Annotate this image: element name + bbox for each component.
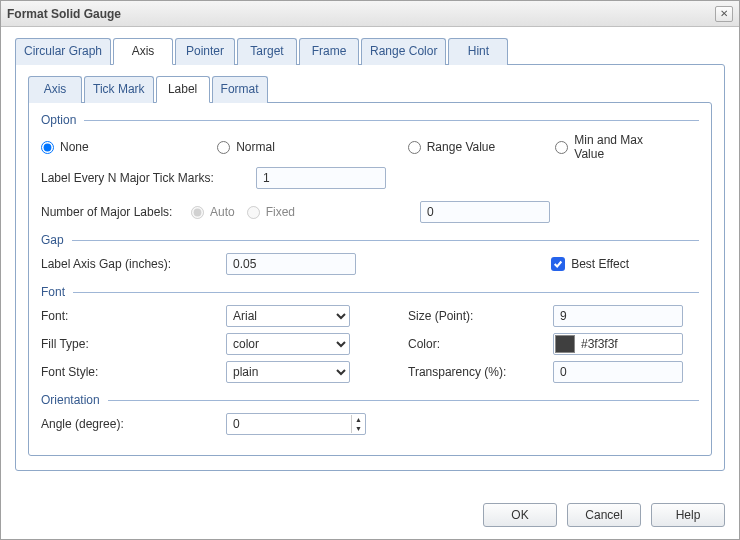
- radio-normal[interactable]: Normal: [217, 140, 275, 154]
- radio-min-max-input[interactable]: [555, 141, 568, 154]
- tab-frame[interactable]: Frame: [299, 38, 359, 65]
- label-every-n-label: Label Every N Major Tick Marks:: [41, 171, 214, 185]
- font-row-3: Font Style: plain Transparency (%):: [41, 361, 699, 383]
- size-input[interactable]: [553, 305, 683, 327]
- transparency-input[interactable]: [553, 361, 683, 383]
- best-effect-label: Best Effect: [571, 257, 629, 271]
- orientation-row: Angle (degree): 0 ▲ ▼: [41, 413, 699, 435]
- titlebar: Format Solid Gauge ✕: [1, 1, 739, 27]
- subtab-axis[interactable]: Axis: [28, 76, 82, 103]
- fill-type-select[interactable]: color: [226, 333, 350, 355]
- spinner-up-icon[interactable]: ▲: [352, 415, 365, 424]
- tab-range-color[interactable]: Range Color: [361, 38, 446, 65]
- tab-target[interactable]: Target: [237, 38, 297, 65]
- tab-circular-graph[interactable]: Circular Graph: [15, 38, 111, 65]
- radio-fixed-input[interactable]: [247, 206, 260, 219]
- tab-hint[interactable]: Hint: [448, 38, 508, 65]
- angle-spinner[interactable]: 0 ▲ ▼: [226, 413, 366, 435]
- radio-none-input[interactable]: [41, 141, 54, 154]
- font-style-label: Font Style:: [41, 365, 98, 379]
- spinner-down-icon[interactable]: ▼: [352, 424, 365, 433]
- radio-fixed[interactable]: Fixed: [247, 205, 295, 219]
- section-orientation: Orientation: [41, 393, 699, 407]
- subtab-format[interactable]: Format: [212, 76, 268, 103]
- color-value: #3f3f3f: [581, 337, 618, 351]
- main-tabpanel: Axis Tick Mark Label Format Option None: [15, 64, 725, 471]
- num-major-row: Number of Major Labels: Auto Fixed: [41, 201, 699, 223]
- font-label: Font:: [41, 309, 68, 323]
- section-gap: Gap: [41, 233, 699, 247]
- radio-normal-input[interactable]: [217, 141, 230, 154]
- close-button[interactable]: ✕: [715, 6, 733, 22]
- main-tabstrip: Circular Graph Axis Pointer Target Frame…: [15, 37, 725, 64]
- transparency-label: Transparency (%):: [408, 365, 506, 379]
- angle-value: 0: [227, 417, 351, 431]
- radio-auto[interactable]: Auto: [191, 205, 235, 219]
- sub-tabpanel: Option None Normal: [28, 102, 712, 456]
- num-major-label: Number of Major Labels:: [41, 205, 172, 219]
- tab-pointer[interactable]: Pointer: [175, 38, 235, 65]
- close-icon: ✕: [720, 8, 728, 19]
- checkbox-checked-icon: [551, 257, 565, 271]
- font-row-2: Fill Type: color Color: #3f3f3f: [41, 333, 699, 355]
- radio-range-value-input[interactable]: [408, 141, 421, 154]
- ok-button[interactable]: OK: [483, 503, 557, 527]
- section-font: Font: [41, 285, 699, 299]
- label-every-n-input[interactable]: [256, 167, 386, 189]
- dialog-footer: OK Cancel Help: [1, 495, 739, 539]
- subtab-tick-mark[interactable]: Tick Mark: [84, 76, 154, 103]
- label-axis-gap-input[interactable]: [226, 253, 356, 275]
- section-option: Option: [41, 113, 699, 127]
- label-every-n-row: Label Every N Major Tick Marks:: [41, 167, 699, 189]
- font-row-1: Font: Arial Size (Point):: [41, 305, 699, 327]
- radio-auto-input[interactable]: [191, 206, 204, 219]
- cancel-button[interactable]: Cancel: [567, 503, 641, 527]
- gap-row: Label Axis Gap (inches): Best Effect: [41, 253, 699, 275]
- color-swatch: [555, 335, 575, 353]
- content-area: Circular Graph Axis Pointer Target Frame…: [1, 27, 739, 495]
- color-label: Color:: [408, 337, 440, 351]
- subtab-label[interactable]: Label: [156, 76, 210, 103]
- help-button[interactable]: Help: [651, 503, 725, 527]
- size-label: Size (Point):: [408, 309, 473, 323]
- angle-label: Angle (degree):: [41, 417, 124, 431]
- label-axis-gap-label: Label Axis Gap (inches):: [41, 257, 171, 271]
- radio-range-value[interactable]: Range Value: [408, 140, 496, 154]
- option-radio-row: None Normal Range Value: [41, 133, 699, 161]
- radio-none[interactable]: None: [41, 140, 89, 154]
- window-title: Format Solid Gauge: [7, 7, 715, 21]
- dialog-window: Format Solid Gauge ✕ Circular Graph Axis…: [0, 0, 740, 540]
- radio-min-max[interactable]: Min and Max Value: [555, 133, 669, 161]
- font-select[interactable]: Arial: [226, 305, 350, 327]
- color-picker[interactable]: #3f3f3f: [553, 333, 683, 355]
- num-major-input[interactable]: [420, 201, 550, 223]
- font-style-select[interactable]: plain: [226, 361, 350, 383]
- sub-tabstrip: Axis Tick Mark Label Format: [28, 75, 712, 102]
- fill-type-label: Fill Type:: [41, 337, 89, 351]
- best-effect-checkbox[interactable]: Best Effect: [551, 257, 629, 271]
- tab-axis[interactable]: Axis: [113, 38, 173, 65]
